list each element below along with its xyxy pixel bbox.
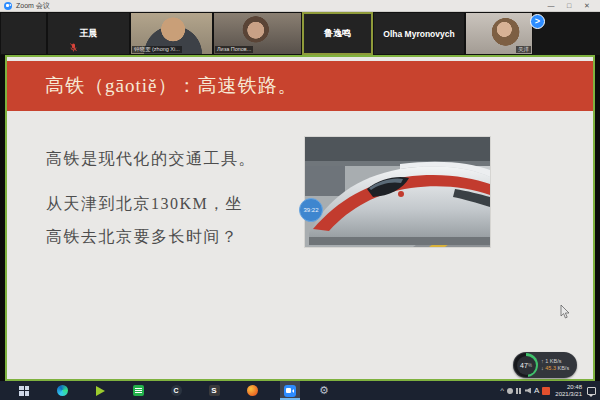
slide-title: 高铁（gāotiě）：高速铁路。 — [7, 73, 297, 99]
clock-date: 2021/3/21 — [555, 391, 582, 398]
slide-body-line: 从天津到北京130KM，坐 — [46, 194, 243, 215]
participant-name: 鲁逸鸣 — [304, 14, 371, 53]
cpu-percent: 47 — [520, 362, 528, 369]
high-speed-train-photo — [305, 137, 490, 247]
close-button[interactable]: ✕ — [578, 0, 596, 11]
windows-taskbar: C S ⚙ ^ A 20:48 2021/3/21 — [0, 381, 600, 400]
mouse-cursor — [560, 305, 570, 319]
taskbar-player-icon[interactable] — [90, 381, 110, 400]
volume-icon[interactable] — [525, 388, 531, 394]
tray-security-icon[interactable] — [542, 387, 550, 395]
participant-name: Olha Myronovych — [374, 13, 464, 54]
window-titlebar: Zoom 会议 — □ ✕ — [0, 0, 600, 12]
participant-tile-luyiming-active-speaker[interactable]: 鲁逸鸣 — [302, 12, 373, 55]
system-tray: ^ A 20:48 2021/3/21 — [500, 384, 600, 398]
participant-tile-wuyang[interactable]: 吴洋 — [465, 12, 533, 55]
taskbar-edge-icon[interactable] — [52, 381, 72, 400]
taskbar-browser-icon[interactable]: C — [166, 381, 186, 400]
participant-tile-olha[interactable]: Olha Myronovych — [373, 12, 465, 55]
timer-badge: 39:22 — [299, 198, 323, 222]
system-monitor-widget[interactable]: 47% ↑ 1 KB/s ↓ 45.3 KB/s — [513, 352, 577, 378]
taskbar-notes-icon[interactable] — [128, 381, 148, 400]
clock-time: 20:48 — [555, 384, 582, 391]
action-center-icon[interactable] — [587, 387, 596, 395]
participant-filmstrip: 王晨 钟晓雯 (zhong Xi... Лиза Попов... 鲁逸鸣 Ol… — [0, 12, 600, 55]
participant-name: 吴洋 — [516, 46, 531, 53]
next-participants-button[interactable]: > — [530, 14, 545, 29]
windows-logo-icon — [19, 386, 29, 396]
window-title: Zoom 会议 — [16, 1, 542, 11]
taskbar-firefox-icon[interactable] — [242, 381, 262, 400]
taskbar-sogou-icon[interactable]: S — [204, 381, 224, 400]
screen-share-area: 高铁（gāotiě）：高速铁路。 高铁是现代化的交通工具。 从天津到北京130K… — [0, 55, 600, 381]
slide-title-banner: 高铁（gāotiě）：高速铁路。 — [7, 61, 593, 111]
download-rate: ↓ 45.3 KB/s — [541, 365, 573, 372]
ime-indicator[interactable]: A — [534, 386, 539, 395]
participant-name: 王晨 — [48, 13, 129, 54]
shared-slide: 高铁（gāotiě）：高速铁路。 高铁是现代化的交通工具。 从天津到北京130K… — [5, 55, 595, 381]
upload-rate: ↑ 1 KB/s — [541, 358, 573, 365]
participant-tile-wangchen[interactable]: 王晨 — [47, 12, 130, 55]
tray-expand-icon[interactable]: ^ — [500, 386, 504, 395]
cpu-gauge: 47% — [514, 353, 538, 377]
maximize-button[interactable]: □ — [560, 0, 578, 11]
muted-mic-icon — [70, 43, 77, 52]
slide-body-line: 高铁是现代化的交通工具。 — [46, 149, 256, 170]
participant-name: 钟晓雯 (zhong Xi... — [132, 46, 182, 53]
start-button[interactable] — [14, 381, 34, 400]
participant-name: Лиза Попов... — [215, 46, 253, 53]
participant-tile[interactable] — [0, 12, 47, 55]
taskbar-clock[interactable]: 20:48 2021/3/21 — [553, 384, 584, 398]
slide-body-line: 高铁去北京要多长时间？ — [46, 227, 239, 248]
tray-icon-1[interactable] — [507, 388, 513, 394]
minimize-button[interactable]: — — [542, 0, 560, 11]
taskbar-settings-icon[interactable]: ⚙ — [314, 381, 334, 400]
taskbar-zoom-icon-active[interactable] — [280, 381, 300, 400]
zoom-app-icon — [4, 2, 12, 10]
zoom-meeting-window: Zoom 会议 — □ ✕ 王晨 钟晓雯 (zhong Xi... Лиза П… — [0, 0, 600, 400]
participant-tile-liza[interactable]: Лиза Попов... — [213, 12, 302, 55]
network-icon[interactable] — [516, 388, 522, 394]
participant-tile-zhongxiaowen[interactable]: 钟晓雯 (zhong Xi... — [130, 12, 213, 55]
